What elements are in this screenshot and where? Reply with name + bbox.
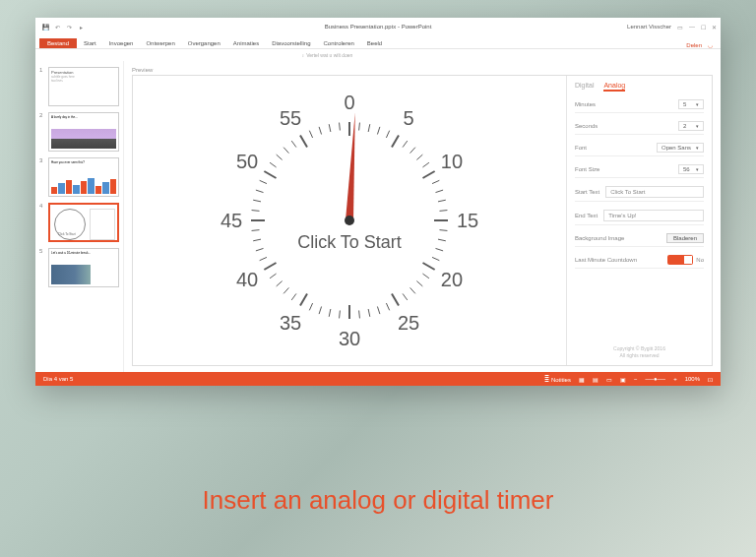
notes-button[interactable]: ≣ Notities (544, 376, 571, 383)
save-icon[interactable]: 💾 (41, 23, 49, 31)
thumbnail-row[interactable]: 3 Have you ever seen this? (39, 157, 119, 197)
end-text-label: End Text (575, 213, 598, 218)
undo-icon[interactable]: ↶ (53, 23, 61, 31)
ribbon-tab-transitions[interactable]: Overgangen (182, 38, 226, 48)
zoom-in-icon[interactable]: + (673, 376, 677, 382)
minutes-label: Minutes (575, 101, 596, 107)
zoom-out-icon[interactable]: − (634, 376, 638, 382)
tab-digital[interactable]: Digital (575, 82, 594, 92)
slide-thumbnail-3[interactable]: Have you ever seen this? (48, 157, 119, 197)
account-name[interactable]: Lennart Visscher (627, 24, 671, 30)
svg-line-27 (377, 306, 379, 314)
svg-line-25 (392, 293, 399, 305)
view-slideshow-icon[interactable]: ▣ (620, 376, 626, 383)
panel-mini (90, 209, 115, 240)
last-minute-toggle[interactable] (667, 255, 693, 265)
thumbnail-row[interactable]: 4 Click To Start (39, 203, 119, 242)
share-button[interactable]: Delen (686, 42, 702, 48)
slide-preview[interactable]: 0510152025303540455055 Click To Start Di… (132, 75, 713, 366)
person-image (51, 265, 91, 284)
slide-thumbnail-1[interactable]: Presentation subtitle goes heretwo lines (48, 67, 119, 106)
view-reading-icon[interactable]: ▭ (606, 376, 612, 383)
minimize-icon[interactable]: — (689, 24, 695, 31)
analog-clock[interactable]: 0510152025303540455055 Click To Start (212, 83, 487, 358)
slide-thumbnail-2[interactable]: A lovely day in the... (48, 112, 119, 152)
zoom-slider[interactable]: ──●── (645, 376, 665, 382)
maximize-icon[interactable]: ☐ (701, 24, 706, 31)
tab-analog[interactable]: Analog (603, 82, 625, 92)
end-text-input[interactable]: Time's Up! (603, 210, 704, 221)
clock-center-text[interactable]: Click To Start (297, 232, 402, 253)
ribbon-tab-review[interactable]: Controleren (318, 38, 360, 48)
row-end-text: End Text Time's Up! (575, 207, 704, 225)
svg-line-56 (309, 131, 312, 138)
file-tab[interactable]: Bestand (39, 38, 77, 48)
toggle-value: No (696, 257, 704, 263)
view-sorter-icon[interactable]: ▤ (593, 376, 598, 383)
row-minutes: Minutes 5▾ (575, 96, 704, 113)
fontsize-select[interactable]: 56▾ (678, 164, 704, 174)
zoom-level[interactable]: 100% (685, 376, 700, 382)
preview-label: Preview (132, 67, 713, 73)
svg-line-51 (270, 162, 276, 167)
thumbnail-row[interactable]: 1 Presentation subtitle goes heretwo lin… (39, 67, 119, 106)
svg-line-13 (438, 200, 446, 202)
svg-line-21 (422, 274, 428, 278)
svg-line-19 (432, 257, 439, 260)
svg-text:55: 55 (280, 107, 301, 129)
slide-thumbnails-pane[interactable]: 1 Presentation subtitle goes heretwo lin… (35, 61, 124, 372)
ribbon-tab-animations[interactable]: Animaties (227, 38, 265, 48)
svg-line-52 (277, 155, 283, 159)
start-slideshow-icon[interactable]: ▸ (77, 23, 85, 31)
svg-line-53 (284, 148, 288, 154)
svg-text:50: 50 (236, 151, 258, 172)
close-icon[interactable]: ✕ (712, 24, 717, 31)
svg-line-26 (386, 303, 389, 310)
comments-icon[interactable]: ◡ (708, 41, 713, 48)
timer-settings-panel: Digital Analog Minutes 5▾ Seconds 2▾ Fon… (566, 76, 712, 365)
svg-text:0: 0 (344, 92, 354, 113)
svg-line-46 (252, 211, 260, 212)
browse-button[interactable]: Bladeren (666, 233, 704, 243)
slide-thumbnail-4[interactable]: Click To Start (48, 203, 119, 242)
font-select[interactable]: Open Sans▾ (657, 143, 704, 153)
ribbon-tab-view[interactable]: Beeld (361, 38, 388, 48)
slide-thumbnail-5[interactable]: Let's wait a 10-minute break... (48, 248, 119, 287)
row-font: Font Open Sans▾ (575, 140, 704, 156)
svg-line-22 (416, 281, 422, 286)
view-normal-icon[interactable]: ▦ (579, 376, 585, 383)
window-controls: ▭ — ☐ ✕ (677, 24, 717, 31)
seconds-select[interactable]: 2▾ (678, 121, 704, 131)
svg-line-43 (253, 239, 261, 241)
ribbon-tab-start[interactable]: Start (78, 38, 102, 48)
slide-counter[interactable]: Dia 4 van 5 (43, 376, 73, 382)
svg-line-4 (386, 131, 389, 138)
lightbulb-icon: ♀ (301, 52, 305, 58)
svg-line-7 (410, 148, 415, 154)
svg-text:5: 5 (403, 107, 413, 129)
title-bar: 💾 ↶ ↷ ▸ Business Presentation.pptx - Pow… (35, 18, 721, 35)
fit-to-window-icon[interactable]: ⊡ (708, 376, 713, 383)
font-label: Font (575, 145, 587, 151)
svg-line-8 (416, 155, 422, 159)
city-skyline-image (51, 129, 116, 149)
svg-line-31 (340, 310, 341, 318)
powerpoint-window: 💾 ↶ ↷ ▸ Business Presentation.pptx - Pow… (35, 18, 721, 386)
start-text-input[interactable]: Click To Start (605, 186, 704, 198)
row-start-text: Start Text Click To Start (575, 183, 704, 202)
chevron-down-icon: ▾ (696, 101, 699, 107)
ribbon-tab-design[interactable]: Ontwerpen (140, 38, 180, 48)
tell-me-search[interactable]: ♀ Vertel wat u wilt doen (35, 49, 721, 61)
timer-clock-zone[interactable]: 0510152025303540455055 Click To Start (133, 76, 566, 365)
minutes-select[interactable]: 5▾ (678, 99, 704, 109)
svg-line-23 (410, 287, 415, 293)
ribbon-tab-slideshow[interactable]: Diavoorstelling (266, 38, 316, 48)
thumbnail-row[interactable]: 5 Let's wait a 10-minute break... (39, 248, 119, 287)
ribbon-tab-insert[interactable]: Invoegen (103, 38, 140, 48)
redo-icon[interactable]: ↷ (65, 23, 73, 31)
ribbon-options-icon[interactable]: ▭ (677, 24, 683, 31)
svg-text:10: 10 (441, 151, 463, 172)
ribbon-tabs: Bestand Start Invoegen Ontwerpen Overgan… (35, 35, 721, 49)
thumbnail-row[interactable]: 2 A lovely day in the... (39, 112, 119, 152)
svg-line-42 (256, 248, 264, 250)
